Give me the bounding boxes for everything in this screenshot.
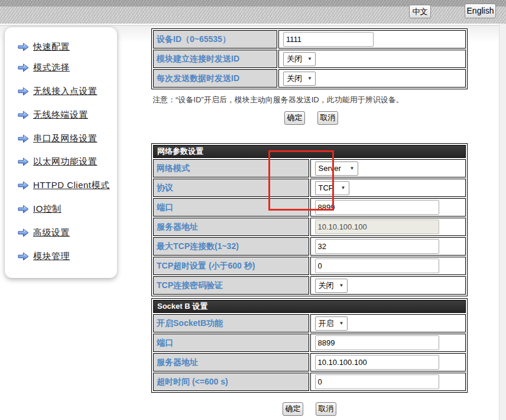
sidebar-item-uart-network[interactable]: 串口及网络设置: [18, 132, 98, 145]
socket-b-table: Socket B 设置 开启SocketB功能 开启▼ 端口 服务器地址 超时时…: [151, 298, 468, 393]
socket-b-enable-select[interactable]: 开启▼: [315, 316, 348, 331]
sidebar-item-label: 快速配置: [33, 41, 70, 53]
field-label: TCP超时设置 (小于600 秒): [153, 257, 309, 275]
arrow-icon: [18, 63, 29, 72]
table-row: 最大TCP连接数(1~32): [153, 237, 466, 256]
chevron-down-icon: ▼: [341, 185, 346, 190]
scrollbar-track[interactable]: [499, 24, 506, 420]
section-header-socket-b: Socket B 设置: [153, 300, 466, 313]
table-row: 模块建立连接时发送ID 关闭▼: [153, 50, 466, 68]
server-address-input: [315, 219, 439, 234]
sidebar-item-ap-settings[interactable]: 无线接入点设置: [18, 85, 98, 98]
table-row: 开启SocketB功能 开启▼: [153, 314, 466, 332]
arrow-icon: [18, 87, 29, 96]
socket-b-timeout-input[interactable]: [315, 374, 439, 389]
cancel-button[interactable]: 取消: [316, 402, 336, 416]
field-label: 最大TCP连接数(1~32): [153, 237, 309, 256]
arrow-icon: [18, 228, 29, 237]
sidebar: 快速配置 模式选择 无线接入点设置 无线终端设置 串口及网络设置 以太网功能设置…: [5, 27, 117, 278]
table-row: 服务器地址: [153, 218, 466, 236]
arrow-icon: [18, 205, 29, 214]
table-row: TCP超时设置 (小于600 秒): [153, 257, 466, 275]
sidebar-item-module-manage[interactable]: 模块管理: [18, 250, 70, 263]
sidebar-item-label: IO控制: [33, 203, 61, 215]
sidebar-item-quick-config[interactable]: 快速配置: [18, 40, 70, 53]
sidebar-item-label: 高级设置: [33, 227, 70, 238]
device-id-input[interactable]: [283, 32, 374, 47]
table-row: 设备ID（0~65535）: [153, 30, 466, 49]
table-row: 端口: [153, 334, 466, 352]
field-label: 每次发送数据时发送ID: [153, 69, 277, 88]
arrow-icon: [18, 43, 29, 51]
chevron-down-icon: ▼: [339, 321, 344, 326]
arrow-icon: [18, 157, 29, 166]
sidebar-item-label: 模块管理: [33, 251, 70, 262]
sidebar-item-sta-settings[interactable]: 无线终端设置: [18, 108, 88, 121]
field-label: 服务器地址: [153, 218, 309, 236]
field-label: 开启SocketB功能: [153, 314, 309, 332]
table-row: 每次发送数据时发送ID 关闭▼: [153, 69, 466, 88]
sidebar-item-label: 以太网功能设置: [33, 156, 98, 167]
send-id-on-data-select[interactable]: 关闭▼: [283, 72, 316, 86]
arrow-icon: [18, 134, 29, 143]
socket-b-port-input[interactable]: [315, 335, 439, 350]
tcp-timeout-input[interactable]: [315, 259, 439, 273]
sidebar-item-label: 无线接入点设置: [33, 86, 98, 97]
table-row: 服务器地址: [153, 353, 466, 371]
chevron-down-icon: ▼: [350, 166, 355, 171]
ok-button[interactable]: 确定: [283, 402, 303, 416]
send-id-on-connect-select[interactable]: 关闭▼: [283, 52, 316, 66]
field-label: 设备ID（0~65535）: [153, 30, 277, 49]
field-label: 端口: [153, 334, 309, 352]
socket-b-server-address-input[interactable]: [315, 355, 439, 370]
arrow-icon: [18, 111, 29, 119]
field-label: 模块建立连接时发送ID: [153, 50, 277, 68]
field-label: 超时时间 (<=600 s): [153, 373, 309, 391]
arrow-icon: [18, 181, 29, 190]
max-tcp-connections-input[interactable]: [315, 239, 439, 254]
field-label: 服务器地址: [153, 353, 309, 371]
sidebar-item-httpd-client[interactable]: HTTPD Client模式: [18, 179, 110, 192]
chevron-down-icon: ▼: [307, 76, 312, 81]
field-label: TCP连接密码验证: [153, 276, 309, 295]
highlight-box: [268, 150, 334, 211]
sidebar-item-label: 串口及网络设置: [33, 133, 98, 144]
sidebar-item-ethernet[interactable]: 以太网功能设置: [18, 155, 98, 168]
sidebar-item-io-control[interactable]: IO控制: [18, 202, 61, 215]
chevron-down-icon: ▼: [339, 283, 344, 288]
sidebar-item-label: 无线终端设置: [33, 109, 88, 121]
arrow-icon: [18, 252, 29, 261]
table-row: 超时时间 (<=600 s): [153, 373, 466, 391]
cancel-button[interactable]: 取消: [317, 111, 338, 125]
language-chinese-button[interactable]: 中文: [409, 5, 431, 18]
sidebar-item-advanced[interactable]: 高级设置: [18, 226, 70, 239]
chevron-down-icon: ▼: [307, 56, 312, 62]
sidebar-item-label: 模式选择: [33, 62, 70, 73]
note-text: 注意：“设备ID”开启后，模块主动向服务器发送ID，此功能用于辨识设备。: [153, 95, 404, 105]
sidebar-item-mode-select[interactable]: 模式选择: [18, 61, 70, 74]
ok-button[interactable]: 确定: [284, 111, 305, 125]
sidebar-item-label: HTTPD Client模式: [33, 180, 110, 191]
tcp-password-auth-select[interactable]: 关闭▼: [315, 279, 348, 293]
language-english-button[interactable]: English: [465, 4, 496, 18]
table-row: TCP连接密码验证 关闭▼: [153, 276, 466, 295]
page: 中文 English 快速配置 模式选择 无线接入点设置 无线终端设置 串口及网…: [0, 0, 506, 420]
device-id-table: 设备ID（0~65535） 模块建立连接时发送ID 关闭▼ 每次发送数据时发送I…: [151, 28, 468, 89]
